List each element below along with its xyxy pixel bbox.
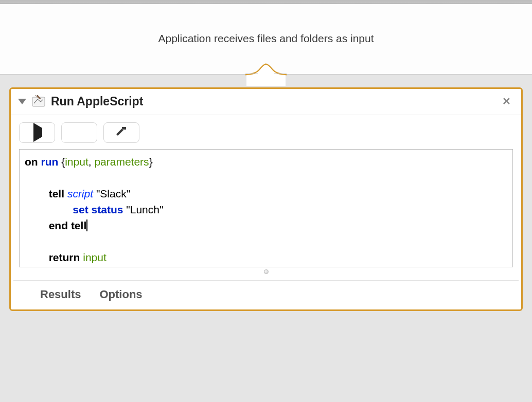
code-token: input xyxy=(65,156,88,168)
code-token: , xyxy=(88,156,95,168)
close-icon[interactable]: ✕ xyxy=(499,95,514,107)
code-token: "Lunch" xyxy=(126,204,163,215)
window-titlebar-sliver xyxy=(0,0,532,4)
resize-handle[interactable] xyxy=(11,267,521,277)
code-token: set xyxy=(73,204,88,215)
applescript-icon xyxy=(31,94,46,108)
disclosure-triangle-icon[interactable] xyxy=(18,99,26,104)
code-token: run xyxy=(41,156,59,168)
code-token: "Slack" xyxy=(96,188,130,199)
script-source[interactable]: on run {input, parameters} tell script "… xyxy=(20,150,512,267)
script-toolbar xyxy=(11,115,521,149)
hammer-icon xyxy=(115,125,128,140)
code-token: } xyxy=(149,156,153,168)
run-script-button[interactable] xyxy=(19,122,55,143)
code-token: return xyxy=(49,251,80,263)
code-token: tell xyxy=(49,188,64,199)
action-title: Run AppleScript xyxy=(51,95,494,108)
results-tab[interactable]: Results xyxy=(40,288,81,301)
action-footer: Results Options xyxy=(13,280,519,309)
script-editor[interactable]: on run {input, parameters} tell script "… xyxy=(19,149,513,267)
workflow-canvas[interactable]: Run AppleScript ✕ on run {input, paramet xyxy=(0,75,532,402)
code-token: tell xyxy=(71,220,87,231)
action-header: Run AppleScript ✕ xyxy=(11,89,521,115)
code-token: script xyxy=(67,188,93,199)
code-token: input xyxy=(83,251,107,263)
stop-script-button[interactable] xyxy=(61,122,97,143)
run-applescript-action[interactable]: Run AppleScript ✕ on run {input, paramet xyxy=(9,87,523,311)
play-icon xyxy=(32,128,42,137)
svg-rect-0 xyxy=(32,97,45,106)
workflow-input-label: Application receives files and folders a… xyxy=(0,32,532,45)
compile-script-button[interactable] xyxy=(103,122,139,143)
code-token: { xyxy=(58,156,65,168)
options-tab[interactable]: Options xyxy=(99,288,142,301)
code-token: status xyxy=(92,204,123,215)
action-connector-notch xyxy=(245,63,287,88)
code-token: parameters xyxy=(94,156,149,168)
code-token: on xyxy=(25,156,38,168)
code-token: end xyxy=(49,220,68,231)
grip-dot-icon xyxy=(264,269,269,274)
